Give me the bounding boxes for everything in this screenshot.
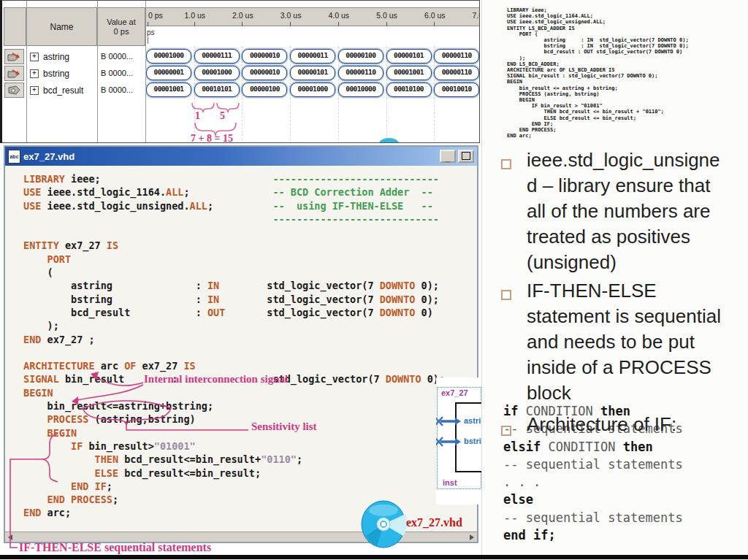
code-segment: BEGIN bbox=[23, 387, 53, 399]
signal-name: bstring bbox=[43, 69, 69, 79]
minimize-button[interactable]: _ bbox=[440, 150, 456, 163]
name-column-header[interactable]: Name bbox=[26, 7, 97, 46]
code-segment: ); bbox=[23, 320, 59, 331]
io-column-header bbox=[4, 7, 26, 46]
small-code-line: END LS_BCD_ADDER; bbox=[507, 61, 689, 67]
code-segment: "0110" bbox=[261, 453, 297, 465]
code-segment: ieee; bbox=[65, 173, 101, 185]
code-line: PORT bbox=[23, 253, 445, 266]
code-segment: END bbox=[23, 334, 41, 345]
small-code-line: END PROCESS; bbox=[507, 127, 689, 133]
code-segment: end if; bbox=[503, 528, 556, 542]
code-segment: bin_result<=astring+bstring; bbox=[23, 400, 213, 412]
small-code-line: END IF; bbox=[507, 121, 689, 127]
code-segment: ALL bbox=[166, 186, 183, 198]
code-segment: IS bbox=[107, 239, 118, 251]
bottom-bar bbox=[0, 555, 748, 559]
code-segment: ieee.std_logic_unsigned. bbox=[41, 200, 189, 212]
value-header-line2: 0 ps bbox=[98, 27, 145, 37]
input-pin-icon bbox=[7, 52, 21, 61]
expand-icon[interactable]: + bbox=[30, 86, 39, 95]
code-segment bbox=[23, 480, 71, 492]
code-segment: bcd_result : bbox=[23, 307, 207, 318]
maximize-button[interactable] bbox=[458, 150, 474, 163]
code-segment: USE bbox=[23, 200, 41, 212]
waveform-value-box: 00001001 bbox=[146, 83, 191, 97]
code-segment: if bbox=[503, 404, 518, 418]
code-segment: OF bbox=[124, 360, 136, 372]
slide-root: { "waveform": { "header": {"name": "Name… bbox=[0, 0, 748, 560]
expand-icon[interactable]: + bbox=[30, 53, 39, 61]
code-segment: "01001" bbox=[154, 440, 196, 452]
code-segment: bcd_result<=bin_result; bbox=[118, 467, 261, 479]
small-code-line: ELSE bcd_result <= bin_result; bbox=[507, 115, 689, 121]
code-segment: ieee.std_logic_1164. bbox=[41, 186, 166, 198]
code-segment: ex7_27 ; bbox=[41, 334, 94, 345]
signal-row[interactable]: +astring bbox=[30, 49, 69, 64]
code-segment: std_logic_vector(7 bbox=[225, 307, 379, 318]
waveform-value-box: 00001000 bbox=[146, 49, 191, 64]
small-code-line: SIGNAL bin_result : std_logic_vector(7 D… bbox=[507, 73, 689, 79]
code-line: THEN bcd_result<=bin_result+"0110"; bbox=[23, 453, 445, 466]
code-segment: BEGIN bbox=[47, 427, 77, 439]
waveform-value-box: 00001000 bbox=[194, 66, 240, 80]
code-segment: END bbox=[23, 507, 41, 518]
small-code-line: IF bin_result > "01001" bbox=[507, 103, 689, 109]
waveform-value-box: 00000100 bbox=[242, 83, 287, 97]
small-code-line: astring : IN std_logic_vector(7 DOWNTO 0… bbox=[507, 37, 689, 43]
editor-body[interactable]: LIBRARY ieee; --------------------------… bbox=[5, 166, 477, 542]
scroll-left-icon[interactable] bbox=[8, 534, 12, 540]
code-segment: CONDITION bbox=[541, 440, 623, 454]
code-segment: std_logic_vector(7 bbox=[219, 280, 379, 291]
input-pin-cell[interactable] bbox=[4, 49, 24, 64]
value-header-line1: Value at bbox=[98, 18, 145, 27]
value-column-header[interactable]: Value at 0 ps bbox=[97, 7, 145, 46]
small-code-line: PROCESS (astring, bstring) bbox=[507, 91, 689, 97]
code-segment bbox=[23, 213, 272, 225]
maximize-icon bbox=[462, 152, 470, 160]
waveform-value-box: 00000110 bbox=[434, 49, 479, 64]
expand-icon[interactable]: + bbox=[30, 69, 39, 78]
waveform-value-box: 00000100 bbox=[338, 49, 383, 64]
small-code-line: bstring : IN std_logic_vector(7 DOWNTO 0… bbox=[507, 43, 689, 49]
horizontal-scrollbar[interactable] bbox=[5, 532, 477, 542]
code-segment: DOWNTO bbox=[380, 307, 416, 318]
code-segment: ; bbox=[107, 480, 112, 492]
small-code-line: bcd_result : OUT std_logic_vector(7 DOWN… bbox=[507, 49, 689, 55]
output-pin-cell[interactable] bbox=[4, 83, 24, 98]
signal-name: astring bbox=[43, 52, 69, 62]
waveform-value-box: 00010000 bbox=[338, 83, 383, 97]
code-line: ENTITY ex7_27 IS bbox=[23, 239, 445, 252]
if-code-line: elsif CONDITION then bbox=[503, 438, 683, 456]
code-line: LIBRARY ieee; --------------------------… bbox=[23, 172, 445, 185]
code-segment: 0); bbox=[415, 280, 439, 291]
waveform-value-box: 00010010 bbox=[434, 83, 479, 97]
waveform-value-box: 00000001 bbox=[146, 66, 191, 80]
code-segment bbox=[23, 253, 47, 265]
column-divider[interactable] bbox=[97, 1, 98, 142]
code-segment: END IF bbox=[71, 480, 107, 492]
code-segment: 0); bbox=[415, 294, 439, 305]
bullet-text: IF-THEN-ELSE statement is sequential and… bbox=[527, 278, 744, 406]
code-line: ( bbox=[23, 266, 445, 279]
code-line: ---------------------------- bbox=[23, 212, 445, 226]
code-segment: IN bbox=[207, 294, 219, 305]
document-abc-icon: abc bbox=[8, 150, 20, 164]
signal-row[interactable]: +bcd_result bbox=[30, 83, 83, 98]
small-code-line: ARCHITECTURE arc OF LS_BCD_ADDER IS bbox=[507, 67, 689, 73]
editor-title-bar[interactable]: abc ex7_27.vhd _ bbox=[5, 147, 477, 166]
scroll-right-icon[interactable] bbox=[470, 534, 474, 540]
code-line: BEGIN bbox=[23, 426, 445, 440]
signal-row[interactable]: +bstring bbox=[30, 66, 69, 81]
code-segment bbox=[23, 453, 95, 465]
small-code-line: LIBRARY ieee; bbox=[507, 7, 689, 13]
minimize-icon: _ bbox=[446, 155, 450, 161]
code-line: END arc; bbox=[23, 506, 445, 519]
code-segment: ; bbox=[297, 453, 302, 465]
input-pin-cell[interactable] bbox=[4, 66, 24, 81]
editor-window: abc ex7_27.vhd _ LIBRARY ieee; ---------… bbox=[4, 145, 478, 543]
code-segment: DOWNTO bbox=[386, 373, 421, 385]
code-area[interactable]: LIBRARY ieee; --------------------------… bbox=[23, 172, 445, 520]
code-segment: ALL bbox=[190, 200, 207, 212]
instance-label: inst bbox=[443, 478, 457, 487]
